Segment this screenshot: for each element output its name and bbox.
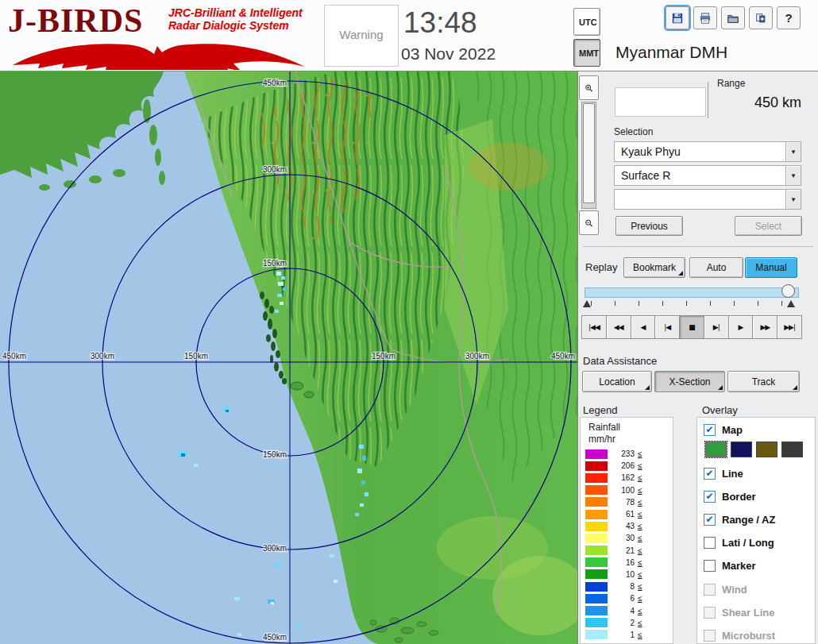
legend-title: Legend <box>583 404 617 416</box>
divider <box>583 246 813 247</box>
checkbox <box>704 630 716 642</box>
slider-end-marker[interactable] <box>787 300 795 307</box>
mmt-button[interactable]: MMT <box>573 39 600 67</box>
product-dropdown[interactable]: Surface R ▼ <box>614 165 801 186</box>
legend-value: 162 <box>612 473 635 482</box>
playback-stop[interactable]: ■ <box>679 315 704 339</box>
checkbox[interactable]: ✔ <box>704 514 716 526</box>
legend-color-swatch <box>585 473 608 483</box>
app-window: J-BIRDS JRC-Brilliant & Intelligent Rada… <box>0 0 818 644</box>
zoom-out-button[interactable] <box>579 210 599 235</box>
playback-play[interactable]: ▶ <box>728 315 754 339</box>
legend-color-swatch <box>585 546 608 555</box>
overlay-item-label: Lati / Long <box>722 537 774 549</box>
location-button[interactable]: Location <box>582 371 652 392</box>
legend-value: 30 <box>612 534 635 542</box>
checkbox[interactable]: ✔ <box>704 468 716 480</box>
overlay-panel: ✔Map✔Line✔Border✔Range / AZLati / LongMa… <box>696 417 816 644</box>
auto-button[interactable]: Auto <box>689 257 743 278</box>
legend-value: 233 <box>612 449 635 458</box>
playback-step-forward[interactable]: ▶| <box>704 315 729 339</box>
station-title: Myanmar DMH <box>615 43 727 62</box>
chevron-down-icon[interactable]: ▼ <box>785 190 801 209</box>
svg-text:150km: 150km <box>263 259 287 268</box>
open-folder-button[interactable] <box>721 6 745 29</box>
checkbox[interactable] <box>704 537 716 549</box>
legend-operator: ≤ <box>638 510 642 519</box>
legend-operator: ≤ <box>638 461 642 470</box>
replay-slider-track[interactable] <box>585 287 799 298</box>
slider-start-marker[interactable] <box>583 300 591 307</box>
legend-value: 43 <box>612 522 635 530</box>
playback-skip-to-end[interactable]: ▶▶| <box>777 315 802 339</box>
extra-dropdown[interactable]: ▼ <box>614 189 801 210</box>
slider-tick <box>662 301 663 306</box>
svg-text:450km: 450km <box>2 352 26 361</box>
zoom-in-button[interactable] <box>579 75 599 100</box>
svg-text:450km: 450km <box>263 79 287 87</box>
map-color-swatch-4[interactable] <box>781 442 803 457</box>
map-color-swatch-3[interactable] <box>756 442 777 457</box>
chevron-down-icon[interactable]: ▼ <box>785 166 801 185</box>
previous-button[interactable]: Previous <box>615 216 683 236</box>
checkbox[interactable]: ✔ <box>704 424 716 436</box>
legend-value: 100 <box>612 486 635 495</box>
radar-map-viewport[interactable]: 450km300km150km150km300km450km450km300km… <box>0 71 578 644</box>
print-icon <box>699 11 712 25</box>
checkbox[interactable]: ✔ <box>704 491 716 503</box>
overlay-item-range-az[interactable]: ✔Range / AZ <box>704 511 775 527</box>
utc-button[interactable]: UTC <box>573 8 600 36</box>
legend-row: 21≤ <box>581 545 673 557</box>
export-button[interactable] <box>749 6 773 29</box>
playback-fast-rewind[interactable]: ◀◀ <box>606 315 631 339</box>
overlay-item-map[interactable]: ✔Map <box>704 422 743 438</box>
track-button[interactable]: Track <box>727 371 800 392</box>
slider-tick <box>639 301 639 306</box>
site-dropdown[interactable]: Kyauk Phyu ▼ <box>614 141 801 162</box>
legend-color-swatch <box>585 461 608 471</box>
range-label: Range <box>717 78 745 89</box>
bookmark-button[interactable]: Bookmark <box>623 257 685 278</box>
svg-text:150km: 150km <box>263 450 287 459</box>
chevron-down-icon[interactable]: ▼ <box>785 142 801 161</box>
magnifier-minus-icon <box>585 215 593 231</box>
legend-operator: ≤ <box>638 498 642 507</box>
manual-button[interactable]: Manual <box>745 257 797 278</box>
map-color-swatch-2[interactable] <box>731 442 752 457</box>
legend-color-swatch <box>585 522 608 531</box>
data-assistance-label: Data Assistance <box>583 355 657 367</box>
legend-color-swatch <box>585 606 608 615</box>
playback-skip-to-start[interactable]: |◀◀ <box>581 315 607 339</box>
legend-value: 78 <box>612 498 635 507</box>
print-button[interactable] <box>693 6 717 29</box>
legend-row: 233≤ <box>581 448 673 460</box>
overlay-item-marker[interactable]: Marker <box>704 558 756 574</box>
replay-slider-handle[interactable] <box>781 284 795 298</box>
legend-value: 16 <box>612 558 635 567</box>
overlay-item-lati-long[interactable]: Lati / Long <box>704 535 774 551</box>
legend-operator: ≤ <box>638 594 642 603</box>
legend-value: 21 <box>612 546 635 555</box>
help-button[interactable]: ? <box>777 6 801 29</box>
legend-operator: ≤ <box>638 473 642 482</box>
slider-tick <box>734 301 735 306</box>
playback-play-reverse[interactable]: ◀ <box>631 315 656 339</box>
map-color-swatch-1[interactable] <box>705 442 727 457</box>
x-section-button[interactable]: X-Section <box>654 371 725 392</box>
select-button[interactable]: Select <box>735 216 802 236</box>
legend-value: 61 <box>612 510 635 519</box>
product-dropdown-value: Surface R <box>615 166 785 185</box>
zoom-scrollbar-thumb[interactable] <box>583 103 595 203</box>
legend-operator: ≤ <box>638 486 642 495</box>
zoom-scrollbar[interactable] <box>581 102 596 209</box>
checkbox <box>704 607 716 619</box>
save-button[interactable] <box>666 6 689 29</box>
playback-fast-forward[interactable]: ▶▶ <box>752 315 777 339</box>
toolbar: ? <box>666 6 801 29</box>
clock-time: 13:48 <box>403 6 477 40</box>
overlay-item-line[interactable]: ✔Line <box>704 465 743 481</box>
checkbox[interactable] <box>704 560 716 572</box>
legend-operator: ≤ <box>638 619 642 627</box>
playback-step-back[interactable]: |◀ <box>654 315 680 339</box>
overlay-item-border[interactable]: ✔Border <box>704 488 756 504</box>
